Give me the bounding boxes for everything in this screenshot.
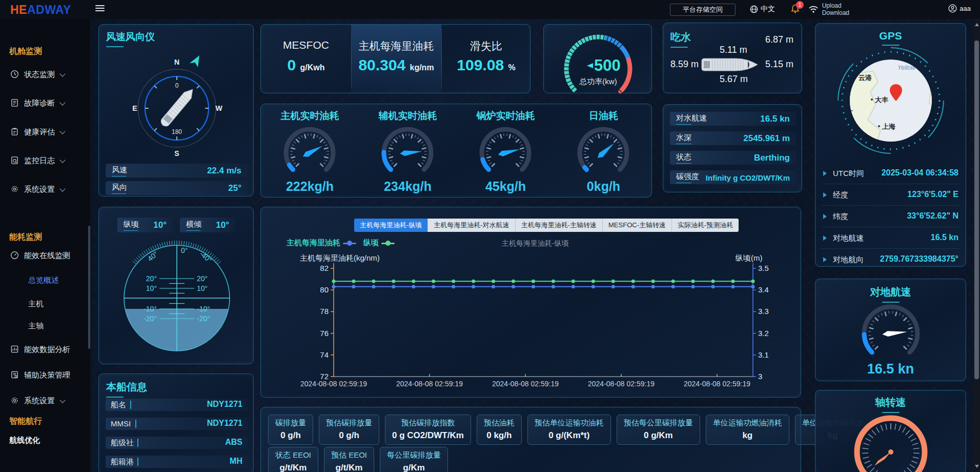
sidebar-item-system-settings[interactable]: 系统设置 (0, 185, 91, 200)
voyage-row-status: 状态Berthing (670, 151, 796, 165)
svg-text:180: 180 (172, 128, 182, 135)
sidebar-item-energy-online-monitoring[interactable]: 能效在线监测 (0, 251, 91, 266)
scrollbar-thumb[interactable] (974, 41, 979, 379)
gps-row-latitude: 纬度33°6'52.62" N (822, 207, 959, 227)
stat-est-carbon-index: 预估碳排放指数0 g CO2/DWT/Km (385, 415, 471, 445)
menu-toggle-icon[interactable] (95, 5, 105, 13)
sidebar-item-health-assessment[interactable]: 健康评估 (0, 127, 91, 143)
pitch-row: 纵顷10° (117, 218, 173, 232)
sidebar-subitem-main-shaft[interactable]: 主轴 (28, 321, 44, 331)
sidebar-item-status-monitoring[interactable]: 状态监测 (0, 70, 91, 85)
svg-text:3.1: 3.1 (758, 350, 769, 359)
voyage-row-stw: 对水航速16.5 kn (670, 112, 796, 126)
svg-text:-20°: -20° (144, 314, 157, 323)
chevron-down-icon (59, 397, 65, 403)
stat-est-carbon-emission: 预估碳排放量0 g/h (319, 415, 379, 445)
download-label: Download (822, 9, 849, 16)
svg-text:3.4: 3.4 (758, 285, 769, 294)
wind-direction-label: 风向 (112, 183, 127, 194)
sidebar-item-system-settings-2[interactable]: 系统设置 (0, 396, 91, 411)
upload-download[interactable]: UploadDownload (808, 2, 849, 16)
total-power-label: 总功率(kw) (544, 77, 652, 87)
status-monitor-icon (10, 70, 19, 78)
svg-text:3.2: 3.2 (758, 329, 769, 338)
svg-text:3: 3 (758, 372, 762, 381)
gps-row-longitude: 经度123°6'5.02" E (822, 185, 959, 206)
gps-map[interactable]: 云港 大丰 上海 京 Yellow Sea (832, 43, 950, 161)
draft-panel-title: 吃水 (670, 30, 691, 48)
sidebar-subitem-main-engine[interactable]: 主机 (28, 299, 44, 309)
language-switcher[interactable]: 中文 (750, 5, 775, 14)
globe-icon (750, 5, 758, 13)
sidebar-section-energy: 能耗监测 (9, 232, 42, 243)
svg-text:-10°: -10° (197, 305, 210, 313)
logo-text-1: HE (10, 3, 27, 16)
svg-text:2024-08-08 02:59:19: 2024-08-08 02:59:19 (684, 380, 750, 388)
sidebar-item-energy-data-analysis[interactable]: 能效数据分析 (0, 345, 91, 360)
svg-text:W: W (215, 104, 222, 112)
kpi-slip-ratio: 滑失比 109.08 % (441, 25, 531, 93)
scroll-up-arrow[interactable] (975, 23, 979, 26)
gauge-value-main-engine: 222kg/h (261, 179, 359, 194)
sidebar-subitem-overview[interactable]: 总览概述 (28, 276, 59, 285)
notification-bell[interactable]: 1 (791, 4, 800, 16)
svg-text:78: 78 (320, 307, 329, 316)
shaft-gauge (815, 412, 967, 472)
logo-text-2: ADWAY (27, 3, 71, 16)
user-menu[interactable]: aaa (948, 4, 971, 13)
stat-carbon-emission: 碳排放量0 g/h (268, 415, 313, 445)
svg-text:-40°: -40° (198, 249, 214, 264)
decision-icon (10, 370, 19, 379)
svg-text:10°: 10° (197, 284, 208, 292)
draft-top-value: 6.87 m (765, 34, 793, 45)
stat-unit-transport-fuel: 单位运输功燃油消耗kg (706, 415, 789, 445)
language-label: 中文 (761, 5, 775, 14)
sidebar-item-monitoring-log[interactable]: 监控日志 (0, 156, 91, 171)
voyage-row-carbon: 碳强度Infinity g CO2/DWT/Km (670, 170, 796, 184)
total-power-value: 500 (594, 56, 621, 75)
chart-panel: 主机每海里油耗-纵顷 主机每海里油耗-对水航速 主机每海里油耗-主轴转速 MES… (260, 207, 801, 398)
storage-button[interactable]: 平台存储空间 (670, 4, 736, 16)
energy-monitor-icon (10, 251, 19, 260)
voyage-panel: 对水航速16.5 kn 水深2545.961 m 状态Berthing 碳强度I… (663, 104, 802, 192)
stat-est-fuel: 预估油耗0 kg/h (477, 415, 522, 445)
sidebar-item-decision-management[interactable]: 辅助决策管理 (0, 370, 91, 386)
wind-speed-label: 风速 (112, 165, 127, 176)
gps-row-utc: UTC时间2025-03-04 06:34:58 (822, 164, 959, 184)
draft-panel: 吃水 6.87 m 5.11 m 8.59 m 5.15 m 5.67 m (663, 23, 802, 93)
chevron-down-icon (59, 128, 65, 134)
chevron-down-icon (59, 71, 65, 76)
triangle-right-icon (823, 235, 827, 241)
gear-icon (10, 185, 19, 193)
voyage-row-depth: 水深2545.961 m (670, 131, 796, 145)
shaft-gauge-panel: 轴转速 (815, 390, 966, 472)
scroll-down-arrow[interactable] (975, 465, 979, 468)
page-scrollbar[interactable] (973, 19, 980, 472)
topbar: HEADWAY 平台存储空间 中文 1 UploadDownload aaa (0, 0, 980, 19)
chevron-down-icon (59, 186, 65, 191)
svg-text:3.3: 3.3 (758, 307, 769, 316)
roll-row: 横倾10° (180, 218, 235, 232)
sidebar-scrollbar[interactable] (88, 226, 90, 349)
sog-gauge (815, 302, 967, 363)
wind-compass: N S E W 0 180 (99, 44, 254, 167)
draft-midtop-value: 5.11 m (720, 45, 747, 55)
svg-text:2024-08-08 02:59:19: 2024-08-08 02:59:19 (396, 380, 463, 388)
sidebar-item-fault-diagnosis[interactable]: 故障诊断 (0, 99, 91, 114)
chevron-down-icon (59, 157, 65, 163)
svg-text:京: 京 (846, 109, 853, 116)
triangle-right-icon (823, 257, 827, 262)
svg-text:2024-08-08 02:59:19: 2024-08-08 02:59:19 (492, 380, 559, 388)
wind-speed-value: 22.4 m/s (207, 166, 241, 176)
shaft-gauge-title: 轴转速 (815, 396, 966, 413)
class-society-row: 船级社ABS (106, 437, 248, 449)
wind-direction-row: 风向 25° (106, 181, 248, 195)
sidebar-item-route-optimization[interactable]: 航线优化 (9, 436, 40, 445)
svg-text:2024-08-08 02:59:19: 2024-08-08 02:59:19 (588, 380, 655, 388)
app-logo[interactable]: HEADWAY (10, 3, 71, 17)
draft-bottom-value: 5.67 m (720, 74, 748, 85)
svg-text:3.5: 3.5 (758, 264, 769, 272)
ship-info-title: 本船信息 (106, 380, 147, 398)
kpi-mesfoc: MESFOC 0 g/Kwh (261, 25, 351, 93)
inclinometer: 20° 10° -10° -20° 20° 10° -10° -20° 40° … (99, 237, 254, 365)
